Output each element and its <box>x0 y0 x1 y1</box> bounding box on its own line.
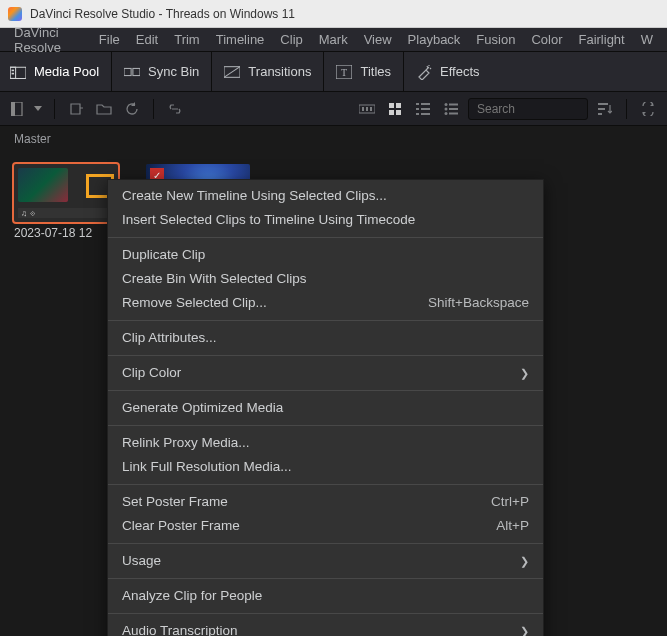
svg-point-29 <box>445 112 448 115</box>
tool-transitions[interactable]: Transitions <box>212 52 324 91</box>
menu-item-label: Create New Timeline Using Selected Clips… <box>122 187 387 205</box>
svg-rect-17 <box>389 110 394 115</box>
menu-item-usage[interactable]: Usage❯ <box>108 549 543 573</box>
tool-effects[interactable]: Effects <box>404 52 492 91</box>
menu-item-generate-optimized-media[interactable]: Generate Optimized Media <box>108 396 543 420</box>
svg-rect-30 <box>449 112 458 114</box>
menu-item-audio-transcription[interactable]: Audio Transcription❯ <box>108 619 543 636</box>
app-icon <box>8 7 22 21</box>
refresh-icon[interactable] <box>121 98 143 120</box>
menu-item-label: Generate Optimized Media <box>122 399 283 417</box>
svg-rect-20 <box>421 103 430 105</box>
menu-w[interactable]: W <box>633 29 661 50</box>
menu-item-label: Usage <box>122 552 161 570</box>
menu-view[interactable]: View <box>356 29 400 50</box>
menu-item-label: Duplicate Clip <box>122 246 205 264</box>
tool-label: Effects <box>440 64 480 79</box>
import-icon[interactable] <box>65 98 87 120</box>
menu-trim[interactable]: Trim <box>166 29 208 50</box>
toolbar: Media PoolSync BinTransitionsTTitlesEffe… <box>0 52 667 92</box>
titles-icon: T <box>336 64 352 80</box>
link-icon: ⟐ <box>30 208 35 218</box>
new-bin-icon[interactable] <box>93 98 115 120</box>
menu-item-link-full-resolution-media[interactable]: Link Full Resolution Media... <box>108 455 543 479</box>
menu-item-label: Link Full Resolution Media... <box>122 458 292 476</box>
menu-fusion[interactable]: Fusion <box>468 29 523 50</box>
view-bar <box>0 92 667 126</box>
sync-bin-icon <box>124 64 140 80</box>
search-input[interactable] <box>468 98 588 120</box>
link-icon[interactable] <box>164 98 186 120</box>
menu-separator <box>108 578 543 579</box>
context-menu: Create New Timeline Using Selected Clips… <box>107 179 544 636</box>
menu-item-set-poster-frame[interactable]: Set Poster FrameCtrl+P <box>108 490 543 514</box>
menu-separator <box>108 484 543 485</box>
menu-color[interactable]: Color <box>523 29 570 50</box>
svg-rect-21 <box>416 108 419 110</box>
tool-label: Media Pool <box>34 64 99 79</box>
view-list-icon[interactable] <box>412 98 434 120</box>
svg-rect-22 <box>421 108 430 110</box>
submenu-arrow-icon: ❯ <box>520 364 529 382</box>
svg-point-25 <box>445 103 448 106</box>
menu-timeline[interactable]: Timeline <box>208 29 273 50</box>
menu-item-duplicate-clip[interactable]: Duplicate Clip <box>108 243 543 267</box>
svg-rect-10 <box>11 102 15 116</box>
separator <box>54 99 55 119</box>
tool-label: Transitions <box>248 64 311 79</box>
view-filmstrip-icon[interactable] <box>356 98 378 120</box>
window-title: DaVinci Resolve Studio - Threads on Wind… <box>30 7 295 21</box>
sync-icon[interactable] <box>637 98 659 120</box>
menu-shortcut: Ctrl+P <box>491 493 529 511</box>
menu-shortcut: Alt+P <box>496 517 529 535</box>
menu-mark[interactable]: Mark <box>311 29 356 50</box>
chevron-down-icon[interactable] <box>32 98 44 120</box>
menu-item-analyze-clip-for-people[interactable]: Analyze Clip for People <box>108 584 543 608</box>
menu-clip[interactable]: Clip <box>272 29 310 50</box>
clip-thumbnail[interactable]: ♫ ⟐ <box>14 164 118 222</box>
window-titlebar: DaVinci Resolve Studio - Threads on Wind… <box>0 0 667 28</box>
separator <box>626 99 627 119</box>
menu-file[interactable]: File <box>91 29 128 50</box>
menu-item-remove-selected-clip[interactable]: Remove Selected Clip...Shift+Backspace <box>108 291 543 315</box>
menu-edit[interactable]: Edit <box>128 29 166 50</box>
menu-fairlight[interactable]: Fairlight <box>570 29 632 50</box>
view-bullets-icon[interactable] <box>440 98 462 120</box>
submenu-arrow-icon: ❯ <box>520 552 529 570</box>
svg-rect-32 <box>598 108 605 110</box>
svg-rect-15 <box>389 103 394 108</box>
svg-point-27 <box>445 107 448 110</box>
menu-item-label: Remove Selected Clip... <box>122 294 267 312</box>
svg-rect-19 <box>416 103 419 105</box>
tool-sync-bin[interactable]: Sync Bin <box>112 52 212 91</box>
menu-separator <box>108 613 543 614</box>
clip-item[interactable]: ♫ ⟐ 2023-07-18 12 <box>14 164 118 240</box>
menu-item-create-bin-with-selected-clips[interactable]: Create Bin With Selected Clips <box>108 267 543 291</box>
clip-badge-strip: ♫ ⟐ <box>18 208 114 218</box>
tool-media-pool[interactable]: Media Pool <box>10 52 112 91</box>
menu-item-clip-color[interactable]: Clip Color❯ <box>108 361 543 385</box>
effects-icon <box>416 64 432 80</box>
svg-rect-24 <box>421 113 430 115</box>
sort-icon[interactable] <box>594 98 616 120</box>
menu-item-label: Create Bin With Selected Clips <box>122 270 307 288</box>
menu-item-insert-selected-clips-to-timeline-using-timecode[interactable]: Insert Selected Clips to Timeline Using … <box>108 208 543 232</box>
menu-playback[interactable]: Playback <box>400 29 469 50</box>
menu-item-label: Clear Poster Frame <box>122 517 240 535</box>
view-grid-icon[interactable] <box>384 98 406 120</box>
menu-item-label: Set Poster Frame <box>122 493 228 511</box>
svg-rect-2 <box>12 69 14 71</box>
tool-titles[interactable]: TTitles <box>324 52 404 91</box>
menu-item-relink-proxy-media[interactable]: Relink Proxy Media... <box>108 431 543 455</box>
menu-item-label: Clip Attributes... <box>122 329 217 347</box>
svg-rect-26 <box>449 103 458 105</box>
menu-item-clear-poster-frame[interactable]: Clear Poster FrameAlt+P <box>108 514 543 538</box>
menubar: DaVinci ResolveFileEditTrimTimelineClipM… <box>0 28 667 52</box>
svg-rect-23 <box>416 113 419 115</box>
breadcrumb[interactable]: Master <box>0 126 667 152</box>
menu-item-label: Audio Transcription <box>122 622 238 636</box>
menu-item-label: Insert Selected Clips to Timeline Using … <box>122 211 415 229</box>
menu-item-create-new-timeline-using-selected-clips[interactable]: Create New Timeline Using Selected Clips… <box>108 184 543 208</box>
layout-dropdown-icon[interactable] <box>8 98 30 120</box>
menu-item-clip-attributes[interactable]: Clip Attributes... <box>108 326 543 350</box>
